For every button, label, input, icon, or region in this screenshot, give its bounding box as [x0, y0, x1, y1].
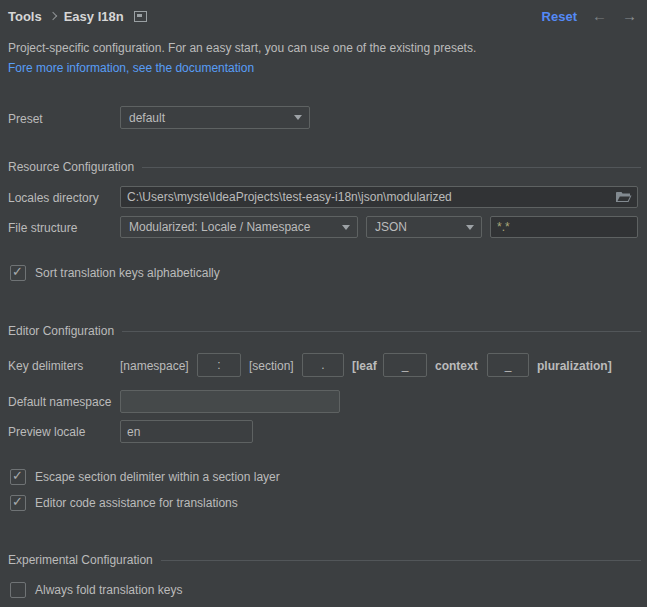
- header-actions: Reset ← →: [542, 7, 637, 25]
- resource-section-header: Resource Configuration: [8, 160, 641, 174]
- section-divider: [161, 560, 641, 561]
- reset-button[interactable]: Reset: [542, 9, 577, 24]
- checkbox-label: Sort translation keys alphabetically: [35, 266, 220, 280]
- editor-section-title: Editor Configuration: [8, 324, 114, 338]
- chevron-down-icon: [342, 225, 350, 230]
- file-format-dropdown[interactable]: JSON: [366, 216, 482, 238]
- key-delimiters-label: Key delimiters: [8, 359, 83, 373]
- chevron-down-icon: [466, 225, 474, 230]
- default-namespace-label: Default namespace: [8, 395, 111, 409]
- checkbox-label: Editor code assistance for translations: [35, 496, 238, 510]
- namespace-delimiter-input[interactable]: [197, 353, 241, 377]
- sort-keys-checkbox[interactable]: Sort translation keys alphabetically: [10, 265, 220, 281]
- locales-directory-input[interactable]: [120, 186, 638, 208]
- window-icon: [134, 11, 147, 22]
- editor-section-header: Editor Configuration: [8, 324, 641, 338]
- fold-keys-checkbox[interactable]: Always fold translation keys: [10, 582, 182, 598]
- checkbox-icon: [10, 469, 26, 485]
- experimental-section-title: Experimental Configuration: [8, 553, 153, 567]
- locales-directory-label: Locales directory: [8, 191, 99, 205]
- experimental-section-header: Experimental Configuration: [8, 553, 641, 567]
- forward-arrow-icon[interactable]: →: [622, 8, 637, 24]
- chevron-down-icon: [294, 115, 302, 120]
- breadcrumb-tools[interactable]: Tools: [8, 9, 42, 24]
- breadcrumb: Tools Easy I18n: [8, 8, 147, 24]
- section-divider: [142, 167, 641, 168]
- namespace-delimiter-label: [namespace]: [120, 359, 189, 373]
- default-namespace-input[interactable]: [120, 390, 340, 413]
- description-text: Project-specific configuration. For an e…: [8, 41, 476, 55]
- checkbox-icon: [10, 495, 26, 511]
- checkbox-icon: [10, 265, 26, 281]
- chevron-right-icon: [48, 12, 56, 20]
- code-assistance-checkbox[interactable]: Editor code assistance for translations: [10, 495, 238, 511]
- file-structure-value: Modularized: Locale / Namespace: [129, 220, 310, 234]
- preview-locale-label: Preview locale: [8, 425, 85, 439]
- pluralization-delimiter-label: pluralization]: [537, 359, 612, 373]
- resource-section-title: Resource Configuration: [8, 160, 134, 174]
- file-structure-label: File structure: [8, 221, 77, 235]
- settings-page: Tools Easy I18n Reset ← → Project-specif…: [0, 0, 647, 607]
- section-delimiter-label: [section]: [249, 359, 294, 373]
- section-delimiter-input[interactable]: [302, 353, 344, 377]
- escape-delimiter-checkbox[interactable]: Escape section delimiter within a sectio…: [10, 469, 280, 485]
- plural-delimiter-input[interactable]: [487, 353, 529, 377]
- leaf-delimiter-label: [leaf: [352, 359, 377, 373]
- section-divider: [122, 331, 641, 332]
- file-pattern-input[interactable]: [490, 216, 638, 238]
- checkbox-label: Escape section delimiter within a sectio…: [35, 470, 280, 484]
- locales-directory-field-wrap: [120, 186, 638, 208]
- preset-dropdown[interactable]: default: [120, 106, 310, 129]
- preset-value: default: [129, 111, 165, 125]
- checkbox-icon: [10, 582, 26, 598]
- back-arrow-icon[interactable]: ←: [592, 8, 607, 24]
- file-format-value: JSON: [375, 220, 407, 234]
- context-delimiter-input[interactable]: [383, 353, 427, 377]
- preset-label: Preset: [8, 112, 43, 126]
- file-structure-dropdown[interactable]: Modularized: Locale / Namespace: [120, 216, 358, 238]
- folder-open-icon[interactable]: [616, 191, 632, 203]
- checkbox-label: Always fold translation keys: [35, 583, 182, 597]
- preview-locale-input[interactable]: [120, 420, 253, 443]
- documentation-link[interactable]: Fore more information, see the documenta…: [8, 61, 254, 75]
- context-delimiter-label: context: [435, 359, 478, 373]
- breadcrumb-easy-i18n: Easy I18n: [64, 9, 124, 24]
